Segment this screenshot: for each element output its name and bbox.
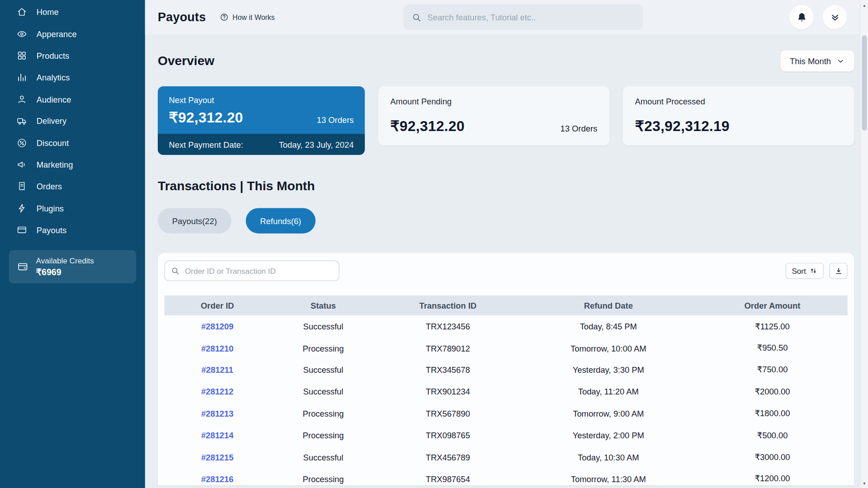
notifications-button[interactable] — [789, 5, 814, 29]
transactions-tabs: Payouts(22) Refunds(6) — [158, 208, 854, 233]
order-id-link[interactable]: #281214 — [165, 431, 270, 440]
analytics-icon — [17, 72, 27, 83]
sidebar-item-orders[interactable]: Orders — [0, 175, 145, 197]
table-cell: Processing — [270, 474, 376, 483]
sidebar-item-label: Audience — [37, 94, 71, 104]
order-id-link[interactable]: #281216 — [165, 474, 270, 483]
card-title: Amount Pending — [390, 97, 597, 106]
period-selector[interactable]: This Month — [780, 50, 854, 71]
table-cell: TRX345678 — [376, 365, 519, 375]
credits-label: Available Credits — [36, 256, 94, 265]
plugins-icon — [17, 203, 27, 213]
order-id-link[interactable]: #281209 — [165, 322, 270, 331]
table-row: #281209SuccessfulTRX123456Today, 8:45 PM… — [165, 315, 848, 337]
global-search[interactable] — [404, 5, 643, 30]
tab-payouts[interactable]: Payouts(22) — [158, 208, 231, 233]
sidebar-item-plugins[interactable]: Plugins — [0, 197, 145, 219]
table-cell: Yesterday, 2:00 PM — [519, 431, 697, 440]
amount-pending-card: Amount Pending ₹92,312.20 13 Orders — [378, 86, 609, 145]
sidebar-item-payouts[interactable]: Payouts — [0, 219, 145, 241]
column-header: Refund Date — [519, 301, 697, 310]
table-cell: TRX789012 — [376, 343, 519, 353]
next-payment-date: Today, 23 July, 2024 — [279, 140, 354, 149]
table-cell: ₹950.50 — [697, 343, 847, 353]
table-cell: ₹1125.00 — [697, 321, 847, 331]
main-area: Payouts How it Works Overview — [145, 0, 868, 488]
sidebar-item-label: Marketing — [37, 160, 73, 169]
table-cell: Today, 8:45 PM — [519, 322, 697, 331]
transactions-title: Transactions | This Month — [158, 179, 854, 194]
table-cell: Processing — [270, 343, 376, 353]
sidebar-item-label: Delivery — [37, 116, 66, 126]
order-search[interactable] — [165, 261, 340, 281]
scrollbar[interactable]: ▲ ▼ — [860, 0, 868, 488]
overview-cards: Next Payout ₹92,312.20 13 Orders Next Pa… — [158, 86, 854, 155]
sort-label: Sort — [792, 267, 806, 276]
amount-processed-card: Amount Processed ₹23,92,312.19 — [623, 86, 854, 145]
card-title: Amount Processed — [635, 97, 842, 106]
credits-value: ₹6969 — [36, 267, 94, 277]
order-id-link[interactable]: #281210 — [165, 343, 270, 353]
scroll-thumb[interactable] — [862, 35, 867, 131]
table-cell: Processing — [270, 431, 376, 440]
sidebar-item-discount[interactable]: Discount — [0, 132, 145, 154]
table-header-row: Order ID Status Transaction ID Refund Da… — [165, 296, 848, 315]
table-cell: TRX987654 — [376, 474, 519, 483]
global-search-input[interactable] — [427, 13, 635, 22]
sort-button[interactable]: Sort — [786, 263, 824, 279]
table-cell: Successful — [270, 452, 376, 462]
marketing-icon — [17, 160, 27, 170]
download-button[interactable] — [829, 263, 847, 279]
credit-card-icon — [17, 261, 29, 273]
sidebar-item-apperance[interactable]: Apperance — [0, 23, 145, 45]
audience-icon — [17, 94, 27, 104]
sidebar-item-label: Plugins — [37, 203, 64, 213]
order-id-link[interactable]: #281215 — [165, 452, 270, 462]
question-circle-icon — [220, 13, 229, 22]
discount-icon — [17, 137, 27, 148]
delivery-icon — [17, 116, 27, 126]
table-cell: ₹1800.00 — [697, 408, 847, 418]
chevron-down-icon — [836, 57, 844, 65]
sidebar-item-products[interactable]: Products — [0, 45, 145, 66]
sidebar-item-marketing[interactable]: Marketing — [0, 154, 145, 175]
tab-refunds[interactable]: Refunds(6) — [246, 208, 316, 233]
table-body: #281209SuccessfulTRX123456Today, 8:45 PM… — [165, 315, 848, 488]
products-icon — [17, 50, 27, 61]
sidebar: HomeApperanceProductsAnalyticsAudienceDe… — [0, 0, 145, 488]
download-icon — [834, 267, 843, 276]
table-row: #281213ProcessingTRX567890Tomorrow, 9:00… — [165, 403, 848, 424]
table-cell: ₹500.00 — [697, 430, 847, 440]
how-it-works-label: How it Works — [232, 13, 274, 21]
scroll-up-arrow[interactable]: ▲ — [860, 1, 868, 9]
table-row: #281211SuccessfulTRX345678Yesterday, 3:3… — [165, 359, 848, 380]
order-id-link[interactable]: #281213 — [165, 409, 270, 418]
order-search-input[interactable] — [185, 267, 333, 276]
table-cell: Yesterday, 3:30 PM — [519, 365, 697, 375]
table-cell: ₹750.00 — [697, 365, 847, 375]
next-payout-card: Next Payout ₹92,312.20 13 Orders Next Pa… — [158, 86, 365, 155]
card-amount: ₹23,92,312.19 — [635, 118, 729, 135]
table-cell: Processing — [270, 409, 376, 418]
collapse-header-button[interactable] — [823, 5, 847, 29]
available-credits-card[interactable]: Available Credits ₹6969 — [9, 250, 137, 283]
next-payment-footer: Next Payment Date: Today, 23 July, 2024 — [158, 134, 365, 155]
table-cell: TRX567890 — [376, 409, 519, 418]
sidebar-item-home[interactable]: Home — [0, 1, 145, 23]
search-icon — [170, 266, 180, 276]
double-chevron-down-icon — [829, 11, 841, 23]
card-orders-badge: 13 Orders — [561, 124, 598, 135]
order-id-link[interactable]: #281212 — [165, 387, 270, 396]
sidebar-item-audience[interactable]: Audience — [0, 88, 145, 110]
sidebar-item-label: Payouts — [37, 225, 66, 235]
table-cell: ₹1200.00 — [697, 474, 847, 484]
top-header: Payouts How it Works — [145, 0, 868, 34]
scroll-down-arrow[interactable]: ▼ — [860, 479, 868, 487]
order-id-link[interactable]: #281211 — [165, 365, 270, 375]
home-icon — [17, 7, 27, 17]
sidebar-item-analytics[interactable]: Analytics — [0, 66, 145, 88]
table-row: #281210ProcessingTRX789012Tomorrow, 10:0… — [165, 337, 848, 359]
overview-title: Overview — [158, 53, 214, 68]
how-it-works-link[interactable]: How it Works — [220, 13, 275, 22]
sidebar-item-delivery[interactable]: Delivery — [0, 110, 145, 132]
